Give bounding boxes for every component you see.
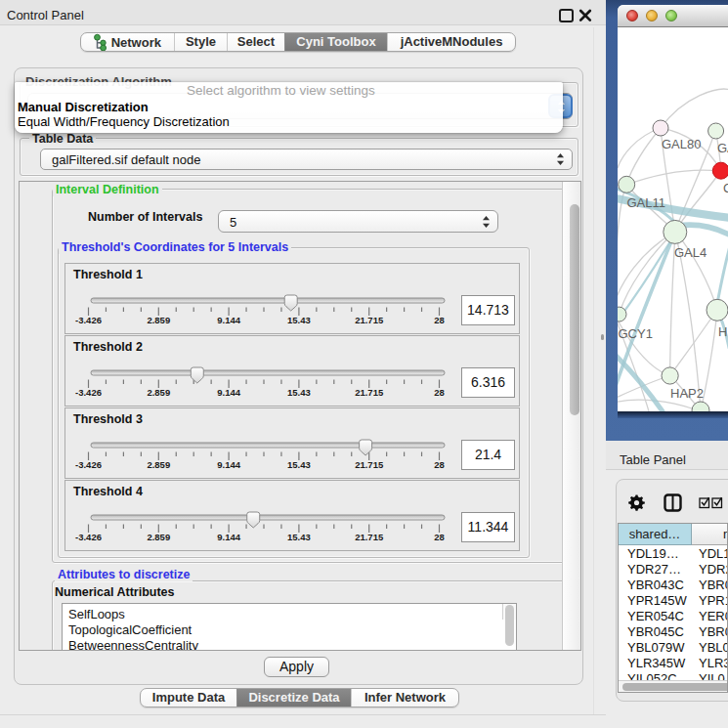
svg-text:GCY1: GCY1 bbox=[619, 326, 653, 341]
svg-text:HAP2: HAP2 bbox=[670, 386, 704, 401]
svg-text:GAL80: GAL80 bbox=[662, 137, 701, 151]
svg-text:GA: GA bbox=[717, 141, 728, 155]
svg-text:GAL4: GAL4 bbox=[674, 245, 707, 260]
svg-text:GAL11: GAL11 bbox=[627, 195, 666, 210]
svg-text:C: C bbox=[723, 181, 728, 195]
svg-text:H: H bbox=[718, 324, 727, 339]
